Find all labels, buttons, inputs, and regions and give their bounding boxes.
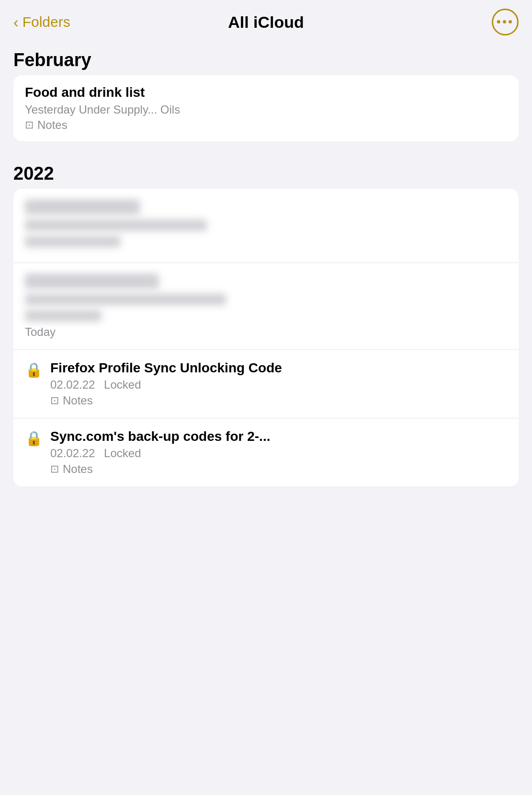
note-content: Firefox Profile Sync Unlocking Code 02.0… (50, 360, 507, 407)
blurred-title-2 (25, 274, 159, 289)
app-header: ‹ Folders All iCloud ••• (0, 0, 532, 41)
note-folder-label: Notes (63, 462, 93, 476)
note-meta: 02.02.22 Locked (50, 447, 507, 460)
blurred-title-1 (25, 199, 140, 215)
note-status: Locked (104, 447, 141, 460)
folder-icon: ⊡ (50, 394, 59, 407)
blurred-subtitle-2 (25, 294, 226, 305)
note-date: 02.02.22 (50, 447, 95, 460)
note-meta: 02.02.22 Locked (50, 378, 507, 392)
list-item[interactable]: Food and drink list Yesterday Under Supp… (13, 75, 519, 141)
blurred-subtitle-1 (25, 219, 207, 231)
note-title: Sync.com's back-up codes for 2-... (50, 429, 507, 444)
folder-icon: ⊡ (25, 119, 34, 131)
note-status: Locked (104, 378, 141, 391)
lock-icon: 🔒 (25, 361, 43, 378)
note-subtitle: Yesterday Under Supply... Oils (25, 103, 507, 116)
note-footer: ⊡ Notes (50, 462, 507, 476)
page-title: All iCloud (228, 13, 304, 32)
note-title: Food and drink list (25, 85, 507, 100)
blurred-sub2-2 (25, 310, 102, 322)
list-item[interactable] (13, 189, 519, 263)
section-header-february: February (0, 41, 532, 75)
note-title: Firefox Profile Sync Unlocking Code (50, 360, 507, 376)
section-header-2022: 2022 (0, 155, 532, 189)
more-options-button[interactable]: ••• (492, 9, 519, 35)
list-item[interactable]: 🔒 Firefox Profile Sync Unlocking Code 02… (13, 350, 519, 418)
blurred-date: Today (25, 325, 507, 339)
list-item[interactable]: 🔒 Sync.com's back-up codes for 2-... 02.… (13, 418, 519, 486)
back-button[interactable]: ‹ Folders (13, 13, 70, 31)
back-label: Folders (23, 14, 70, 30)
folder-icon: ⊡ (50, 463, 59, 475)
note-folder-label: Notes (63, 394, 93, 407)
note-footer: ⊡ Notes (25, 118, 507, 132)
note-date: 02.02.22 (50, 378, 95, 391)
list-item[interactable]: Today (13, 263, 519, 350)
note-content: Sync.com's back-up codes for 2-... 02.02… (50, 429, 507, 476)
chevron-left-icon: ‹ (13, 13, 19, 31)
note-footer: ⊡ Notes (50, 394, 507, 407)
note-folder-label: Notes (37, 118, 68, 132)
year-2022-card-group: Today 🔒 Firefox Profile Sync Unlocking C… (13, 189, 519, 486)
blurred-sub2-1 (25, 236, 121, 247)
lock-icon: 🔒 (25, 430, 43, 447)
more-icon: ••• (497, 15, 514, 28)
february-card-group: Food and drink list Yesterday Under Supp… (13, 75, 519, 141)
